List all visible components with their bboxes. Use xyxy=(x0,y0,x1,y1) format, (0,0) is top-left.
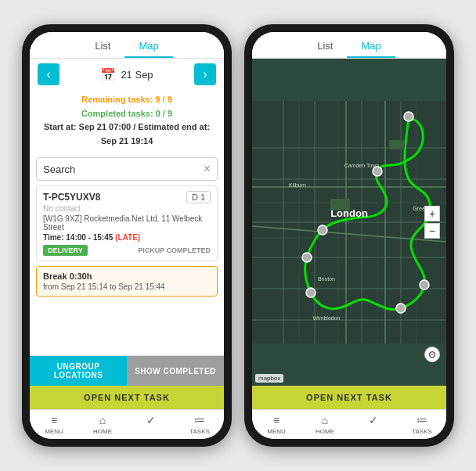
late-label: (LATE) xyxy=(115,233,140,242)
home-label-left: HOME xyxy=(93,428,112,435)
completed-tasks: Completed tasks: 0 / 9 xyxy=(38,107,216,121)
nav-menu-right[interactable]: ≡ MENU xyxy=(252,414,301,435)
home-icon-left: ⌂ xyxy=(99,414,106,426)
bottom-actions: UNGROUP LOCATIONS SHOW COMPLETED xyxy=(30,355,224,386)
break-time: from Sep 21 15:14 to Sep 21 15:44 xyxy=(43,282,211,291)
remaining-tasks: Remaining tasks: 9 / 9 xyxy=(38,93,216,107)
home-icon-right: ⌂ xyxy=(322,414,328,426)
date-label: 21 Sep xyxy=(121,69,153,81)
menu-icon-left: ≡ xyxy=(51,414,57,426)
time-label: Time: xyxy=(43,233,64,242)
nav-home-right[interactable]: ⌂ HOME xyxy=(301,414,349,435)
search-bar[interactable]: × xyxy=(36,157,218,181)
task-card[interactable]: T-PC5YUXV8 D 1 No contact [W1G 9XZ] Rock… xyxy=(36,185,218,261)
nav-home-left[interactable]: ⌂ HOME xyxy=(78,414,127,435)
svg-rect-35 xyxy=(330,199,350,210)
tab-map-left[interactable]: Map xyxy=(124,37,172,58)
map-zoom-controls: + − xyxy=(424,206,440,239)
task-badge: D 1 xyxy=(186,191,211,203)
mapbox-credit: mapbox xyxy=(255,374,283,383)
tasks-icon-left: ≔ xyxy=(194,414,205,426)
zoom-out-btn[interactable]: − xyxy=(424,223,440,239)
tasks-icon-right: ≔ xyxy=(416,414,427,426)
svg-point-24 xyxy=(318,225,327,235)
check-icon-left: ✓ xyxy=(146,414,156,426)
tab-map-right[interactable]: Map xyxy=(347,37,395,58)
map-svg: London Kilburn Camden Town Brixton Wimbl… xyxy=(252,59,446,386)
phone-right-screen: List Map xyxy=(252,32,446,439)
map-background: London Kilburn Camden Town Brixton Wimbl… xyxy=(252,59,446,386)
open-next-btn-left[interactable]: OPEN NEXT TASK xyxy=(30,386,224,409)
menu-label-right: MENU xyxy=(267,428,286,435)
task-contact: No contact xyxy=(43,204,211,213)
break-title: Break 0:30h xyxy=(43,271,211,281)
task-address: [W1G 9XZ] Rocketmedia.Net Ltd, 11 Welbec… xyxy=(43,214,211,232)
phone-left-screen: List Map ‹ 📅 21 Sep › Remaining tasks: 9… xyxy=(30,32,224,439)
nav-check-right[interactable]: ✓ xyxy=(349,414,398,435)
show-completed-btn[interactable]: SHOW COMPLETED xyxy=(127,356,224,386)
phone-right: List Map xyxy=(244,24,454,447)
date-center: 📅 21 Sep xyxy=(100,67,153,82)
calendar-icon: 📅 xyxy=(100,67,116,82)
svg-text:Kilburn: Kilburn xyxy=(289,182,306,188)
time-value: 14:00 - 15:45 xyxy=(66,233,113,242)
svg-point-26 xyxy=(306,288,316,297)
date-nav: ‹ 📅 21 Sep › xyxy=(30,59,224,90)
svg-text:Wimbledon: Wimbledon xyxy=(312,315,340,321)
open-next-btn-right[interactable]: OPEN NEXT TASK xyxy=(252,386,446,409)
task-id: T-PC5YUXV8 xyxy=(43,192,100,203)
stats-area: Remaining tasks: 9 / 9 Completed tasks: … xyxy=(30,90,224,153)
prev-date-btn[interactable]: ‹ xyxy=(38,63,60,85)
tasks-label-right: TASKS xyxy=(412,428,432,435)
svg-point-28 xyxy=(420,280,429,289)
svg-rect-36 xyxy=(389,140,405,149)
home-label-right: HOME xyxy=(316,428,334,435)
nav-check-left[interactable]: ✓ xyxy=(127,414,175,435)
delivery-tag: DELIVERY xyxy=(43,245,88,256)
scroll-area[interactable]: T-PC5YUXV8 D 1 No contact [W1G 9XZ] Rock… xyxy=(30,185,224,355)
svg-point-25 xyxy=(302,253,312,262)
menu-label-left: MENU xyxy=(45,428,63,435)
tab-bar-left: List Map xyxy=(30,32,224,59)
nav-tasks-right[interactable]: ≔ TASKS xyxy=(398,414,446,435)
tab-bar-right: List Map xyxy=(252,32,446,59)
clear-icon[interactable]: × xyxy=(204,162,211,176)
task-tags: DELIVERY PICKUP COMPLETED xyxy=(43,245,211,256)
svg-point-22 xyxy=(404,112,413,121)
svg-point-27 xyxy=(396,304,406,313)
break-card: Break 0:30h from Sep 21 15:14 to Sep 21 … xyxy=(36,266,218,297)
tab-list-left[interactable]: List xyxy=(81,37,124,58)
pickup-tag: PICKUP COMPLETED xyxy=(138,246,211,254)
svg-text:Camden Town: Camden Town xyxy=(344,163,380,168)
phone-left: List Map ‹ 📅 21 Sep › Remaining tasks: 9… xyxy=(22,24,232,447)
zoom-in-btn[interactable]: + xyxy=(424,206,440,221)
check-icon-right: ✓ xyxy=(369,414,378,426)
svg-text:Brixton: Brixton xyxy=(318,276,335,282)
next-date-btn[interactable]: › xyxy=(194,63,216,85)
map-container[interactable]: London Kilburn Camden Town Brixton Wimbl… xyxy=(252,59,446,386)
bottom-nav-left: ≡ MENU ⌂ HOME ✓ ≔ TASKS xyxy=(30,409,224,439)
nav-tasks-left[interactable]: ≔ TASKS xyxy=(175,414,224,435)
nav-menu-left[interactable]: ≡ MENU xyxy=(30,414,78,435)
search-input[interactable] xyxy=(43,164,204,175)
tasks-label-left: TASKS xyxy=(189,428,210,435)
menu-icon-right: ≡ xyxy=(273,414,279,426)
start-time: Start at: Sep 21 07:00 / Estimated end a… xyxy=(38,120,216,148)
ungroup-btn[interactable]: UNGROUP LOCATIONS xyxy=(30,356,127,386)
task-time: Time: 14:00 - 15:45 (LATE) xyxy=(43,233,211,242)
bottom-nav-right: ≡ MENU ⌂ HOME ✓ ≔ TASKS xyxy=(252,409,446,439)
task-header: T-PC5YUXV8 D 1 xyxy=(43,191,211,203)
tab-list-right[interactable]: List xyxy=(303,37,347,58)
compass-icon[interactable]: ⊙ xyxy=(424,347,440,362)
